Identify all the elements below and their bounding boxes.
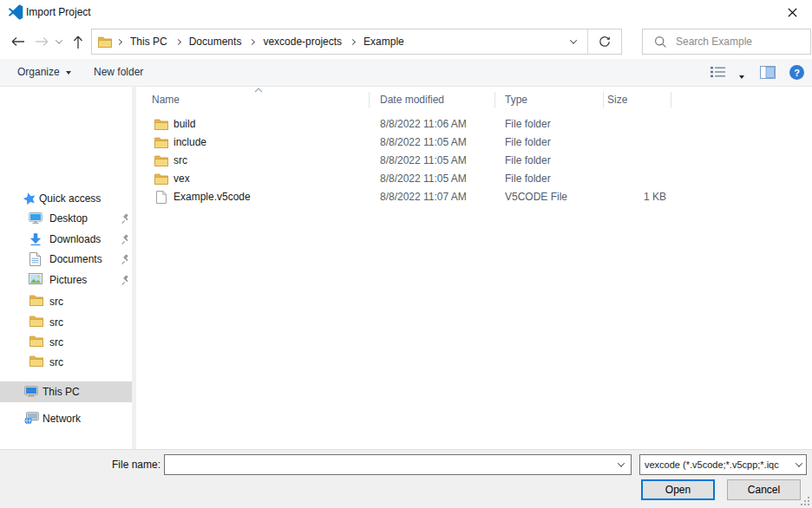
column-divider[interactable] [603,92,604,107]
pin-icon [121,254,131,264]
cancel-button[interactable]: Cancel [727,479,801,500]
breadcrumb-vexcode-projects[interactable]: vexcode-projects [259,36,345,48]
file-date: 8/8/2022 11:05 AM [380,170,467,188]
sidebar-label: Downloads [49,229,101,250]
folder-icon [154,155,168,166]
file-type: File folder [505,134,551,152]
organize-button[interactable]: Organize [17,59,71,86]
sidebar-item-this-pc[interactable]: This PC [0,381,132,402]
file-name: build [174,115,195,134]
sidebar-item-src-3[interactable]: src [0,332,132,353]
file-name-dropdown-button[interactable] [612,455,631,474]
recent-locations-button[interactable] [52,24,66,59]
sidebar-label: Quick access [39,188,101,209]
sidebar-item-downloads[interactable]: Downloads [0,229,132,250]
file-name-input[interactable] [165,455,612,474]
file-name: src [174,152,187,170]
sidebar-item-desktop[interactable]: Desktop [0,208,132,229]
sidebar-item-network[interactable]: Network [0,408,132,429]
file-size [588,134,666,152]
folder-icon [154,119,168,130]
breadcrumb-example[interactable]: Example [360,36,408,48]
file-name: vex [174,170,190,188]
column-header-size[interactable]: Size [607,90,627,109]
file-row-example-v5code[interactable]: Example.v5code 8/8/2022 11:07 AM V5CODE … [137,188,744,206]
file-row-build[interactable]: build 8/8/2022 11:06 AM File folder [137,115,744,134]
resize-grip-icon[interactable] [801,497,809,505]
chevron-right-icon [350,38,356,44]
command-bar: Organize New folder ? [0,59,812,87]
sidebar-item-src-2[interactable]: src [0,312,132,333]
sidebar-item-documents[interactable]: Documents [0,249,132,270]
downloads-icon [29,232,43,246]
column-header-name[interactable]: Name [152,90,180,109]
sidebar-scrollbar[interactable] [132,87,136,449]
address-dropdown-button[interactable] [560,29,587,54]
main-area: Quick access Desktop Downloads [0,87,812,449]
sidebar-item-quick-access[interactable]: Quick access [0,188,132,209]
file-date: 8/8/2022 11:05 AM [380,134,467,152]
column-divider[interactable] [671,92,671,107]
sidebar-item-pictures[interactable]: Pictures [0,270,132,290]
new-folder-button[interactable]: New folder [94,59,143,86]
sort-ascending-icon [254,88,263,93]
file-type-value: vexcode (*.v5code;*.v5cpp;*.iqc [640,459,791,470]
sidebar-item-src-4[interactable]: src [0,352,132,373]
file-type: V5CODE File [505,188,567,206]
file-type: File folder [505,152,551,170]
navigation-bar: This PC Documents vexcode-projects Examp… [0,24,812,59]
vexcode-app-icon [8,4,23,20]
documents-icon [29,252,41,266]
breadcrumb-documents[interactable]: Documents [186,36,246,48]
file-row-vex[interactable]: vex 8/8/2022 11:05 AM File folder [137,170,744,188]
pictures-icon [29,273,43,284]
search-input[interactable] [667,36,810,48]
details-view-icon [710,66,725,78]
address-bar[interactable]: This PC Documents vexcode-projects Examp… [91,29,622,55]
file-date: 8/8/2022 11:05 AM [380,152,467,170]
sidebar-label: This PC [43,381,80,402]
column-divider[interactable] [369,92,370,107]
preview-pane-button[interactable] [760,66,776,81]
column-divider[interactable] [494,92,495,107]
up-arrow-icon [73,35,83,49]
sidebar-label: Desktop [49,208,88,229]
file-name: Example.v5code [174,188,251,206]
column-header-type[interactable]: Type [505,90,527,109]
forward-button[interactable] [31,24,52,59]
sidebar-item-src-1[interactable]: src [0,291,132,312]
open-button[interactable]: Open [641,479,715,500]
refresh-button[interactable] [588,29,621,54]
file-row-include[interactable]: include 8/8/2022 11:05 AM File folder [137,134,744,152]
open-label: Open [665,484,691,496]
view-mode-dropdown[interactable] [739,70,744,82]
chevron-down-icon [791,455,806,474]
cancel-label: Cancel [748,484,780,496]
search-box[interactable] [642,29,811,55]
file-size [588,152,666,170]
file-type: File folder [505,170,551,188]
help-button[interactable]: ? [789,65,804,80]
pin-icon [121,234,131,244]
back-button[interactable] [7,24,28,59]
up-button[interactable] [68,24,88,59]
pin-icon [121,275,131,285]
view-mode-button[interactable] [710,66,725,81]
file-type-select[interactable]: vexcode (*.v5code;*.v5cpp;*.iqc [639,454,807,475]
chevron-down-icon [618,459,625,466]
refresh-icon [599,36,611,48]
chevron-down-icon [56,36,62,43]
breadcrumb-this-pc[interactable]: This PC [127,36,171,48]
file-date: 8/8/2022 11:07 AM [380,188,467,206]
back-arrow-icon [10,36,25,47]
column-header-date-modified[interactable]: Date modified [380,90,444,109]
folder-icon [154,173,168,185]
file-row-src[interactable]: src 8/8/2022 11:05 AM File folder [137,152,744,170]
sidebar-label: src [49,352,63,373]
sidebar-label: src [49,332,63,353]
close-button[interactable] [773,0,812,24]
file-name: include [174,134,206,152]
file-type: File folder [505,115,551,134]
chevron-right-icon [116,38,122,44]
pin-icon [121,213,131,224]
